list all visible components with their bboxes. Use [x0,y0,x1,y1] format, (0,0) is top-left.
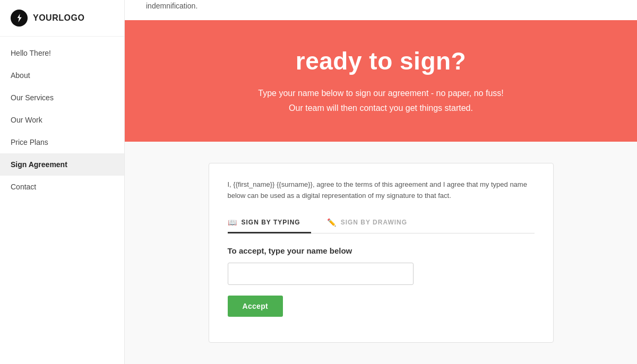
sidebar-item-sign-agreement[interactable]: Sign Agreement [0,153,124,176]
bolt-icon [11,10,28,27]
sidebar-item-our-work[interactable]: Our Work [0,109,124,131]
hero-subtext: Type your name below to sign our agreeme… [146,86,616,115]
indemnification-text: indemnification. [146,0,616,12]
sidebar-nav: Hello There! About Our Services Our Work… [0,37,124,198]
accept-button[interactable]: Accept [228,296,283,317]
sidebar-item-price-plans[interactable]: Price Plans [0,131,124,153]
pen-icon: ✏️ [327,218,337,227]
tab-sign-by-typing[interactable]: 📖 SIGN BY TYPING [228,213,311,233]
tab-typing-label: SIGN BY TYPING [242,219,300,226]
sidebar-item-about[interactable]: About [0,64,124,86]
sidebar-item-hello-there[interactable]: Hello There! [0,42,124,64]
top-content: indemnification. [125,0,637,20]
field-label: To accept, type your name below [228,246,535,255]
book-icon: 📖 [228,218,237,227]
tab-drawing-label: SIGN BY DRAWING [341,219,407,226]
main-content: indemnification. ready to sign? Type you… [125,0,637,364]
logo-text: YOURLOGO [33,13,84,23]
sign-card: I, {{first_name}} {{surname}}, agree to … [209,163,554,343]
sidebar: YOURLOGO Hello There! About Our Services… [0,0,125,364]
sign-section: I, {{first_name}} {{surname}}, agree to … [125,142,637,364]
name-input[interactable] [228,263,414,285]
sidebar-item-contact[interactable]: Contact [0,176,124,198]
agreement-text: I, {{first_name}} {{surname}}, agree to … [228,179,535,202]
sign-tabs: 📖 SIGN BY TYPING ✏️ SIGN BY DRAWING [228,213,535,233]
hero-banner: ready to sign? Type your name below to s… [125,20,637,141]
tab-sign-by-drawing[interactable]: ✏️ SIGN BY DRAWING [327,213,418,233]
svg-marker-0 [18,14,22,22]
sidebar-item-our-services[interactable]: Our Services [0,86,124,109]
hero-heading: ready to sign? [146,47,616,75]
logo-area: YOURLOGO [0,0,124,37]
